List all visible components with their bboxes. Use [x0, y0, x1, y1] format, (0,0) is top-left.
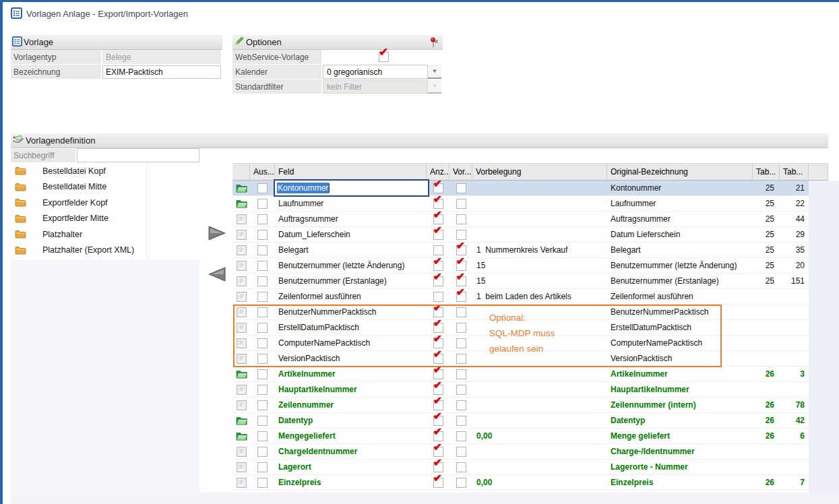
feld-cell[interactable]: Artikelnummer	[275, 367, 427, 381]
feld-cell[interactable]: Mengegeliefert	[275, 429, 427, 443]
anz-checkbox[interactable]: ✔	[433, 447, 443, 457]
vor-checkbox[interactable]	[456, 230, 466, 240]
table-row[interactable]: Zeilenformel ausführen✔1 beim Laden des …	[232, 289, 809, 305]
feld-cell[interactable]: Lagerort	[275, 460, 427, 474]
vorbelegung-cell[interactable]	[472, 398, 607, 412]
vorbelegung-cell[interactable]	[472, 212, 607, 226]
table-row[interactable]: Kontonummer✔Kontonummer2521	[232, 181, 809, 196]
vorbelegung-cell[interactable]	[472, 227, 607, 242]
column-header[interactable]: Original-Bezeichnung	[607, 163, 753, 181]
anz-checkbox[interactable]: ✔	[433, 183, 443, 193]
anz-checkbox[interactable]: ✔	[433, 261, 443, 271]
folder-item[interactable]: Exportfelder Mitte	[11, 211, 199, 227]
vorbelegung-cell[interactable]	[472, 460, 607, 474]
aus-checkbox[interactable]	[257, 385, 268, 395]
table-row[interactable]: Hauptartikelnummer✔Hauptartikelnummer	[232, 382, 809, 398]
feld-cell[interactable]: Benutzernummer (letzte Änderung)	[275, 258, 427, 273]
table-row[interactable]: Datum_Lieferschein✔Datum Lieferschein252…	[232, 227, 809, 243]
pushpin-icon[interactable]	[430, 37, 439, 50]
vorbelegung-cell[interactable]: 1 beim Laden des Artikels	[472, 289, 607, 304]
feld-cell[interactable]: Einzelpreis	[275, 475, 427, 490]
vorbelegung-cell[interactable]	[472, 367, 607, 381]
table-row[interactable]: Laufnummer✔Laufnummer2522	[232, 196, 809, 212]
feld-cell[interactable]: ChargeIdentnummer	[275, 444, 427, 459]
vorbelegung-cell[interactable]	[472, 444, 607, 459]
table-row[interactable]: Zeilennummer✔Zeilennummer (intern)2678	[232, 398, 809, 413]
aus-checkbox[interactable]	[257, 462, 268, 472]
aus-checkbox[interactable]	[257, 261, 268, 271]
vorbelegung-cell[interactable]	[472, 382, 607, 397]
anz-checkbox[interactable]: ✔	[433, 214, 443, 224]
vor-checkbox[interactable]	[456, 214, 466, 224]
vor-checkbox[interactable]: ✔	[456, 276, 466, 286]
aus-checkbox[interactable]	[257, 183, 268, 193]
vor-checkbox[interactable]: ✔	[456, 261, 466, 271]
vor-checkbox[interactable]	[456, 183, 466, 193]
table-row[interactable]: ChargeIdentnummer✔Charge-/Identnummer	[232, 444, 809, 460]
vor-checkbox[interactable]	[456, 447, 466, 457]
vor-checkbox[interactable]	[456, 400, 466, 410]
aus-checkbox[interactable]	[257, 447, 268, 457]
vorbelegung-cell[interactable]: 0,00	[472, 429, 607, 443]
anz-checkbox[interactable]	[433, 292, 443, 302]
column-header[interactable]: Tab...	[780, 163, 809, 181]
anz-checkbox[interactable]: ✔	[433, 199, 443, 209]
vor-checkbox[interactable]	[456, 199, 466, 209]
vorbelegung-cell[interactable]	[472, 413, 607, 428]
vor-checkbox[interactable]	[456, 385, 466, 395]
aus-checkbox[interactable]	[257, 214, 268, 224]
feld-cell[interactable]: Auftragsnummer	[275, 212, 427, 226]
aus-checkbox[interactable]	[257, 369, 268, 379]
anz-checkbox[interactable]	[433, 245, 443, 255]
anz-checkbox[interactable]: ✔	[433, 230, 443, 240]
aus-checkbox[interactable]	[257, 478, 268, 488]
anz-checkbox[interactable]: ✔	[433, 431, 443, 441]
move-right-arrow-button[interactable]	[208, 225, 226, 241]
vor-checkbox[interactable]	[456, 478, 466, 488]
folder-item[interactable]: Bestelldatei Mitte	[11, 179, 199, 195]
inline-edit-box[interactable]: Kontonummer	[274, 179, 429, 197]
vor-checkbox[interactable]	[456, 462, 466, 472]
table-row[interactable]: Einzelpreis✔0,00Einzelpreis267	[232, 475, 809, 491]
table-row[interactable]: Mengegeliefert✔0,00Menge geliefert266	[232, 429, 809, 444]
aus-checkbox[interactable]	[257, 245, 268, 255]
vor-checkbox[interactable]	[456, 369, 466, 379]
folder-item[interactable]: Exportfelder Kopf	[11, 195, 199, 211]
aus-checkbox[interactable]	[257, 400, 268, 410]
folder-item[interactable]: Platzhalter (Export XML)	[11, 243, 199, 259]
column-header[interactable]: Aus...	[250, 163, 275, 181]
aus-checkbox[interactable]	[257, 230, 268, 240]
anz-checkbox[interactable]: ✔	[433, 400, 443, 410]
column-header[interactable]: Vor...	[449, 163, 472, 181]
bezeichnung-input[interactable]: EXIM-Packtisch	[102, 65, 221, 79]
aus-checkbox[interactable]	[257, 431, 268, 441]
vor-checkbox[interactable]	[456, 431, 466, 441]
table-row[interactable]: Datentyp✔Datentyp2642	[232, 413, 809, 429]
table-row[interactable]: Auftragsnummer✔Auftragsnummer2544	[232, 212, 809, 227]
kalender-dropdown-arrow-icon[interactable]: ▼	[428, 65, 441, 79]
anz-checkbox[interactable]: ✔	[433, 276, 443, 286]
vorbelegung-cell[interactable]: 1 Nummernkreis Verkauf	[472, 243, 607, 257]
vor-checkbox[interactable]: ✔	[456, 292, 466, 302]
feld-cell[interactable]: Datum_Lieferschein	[275, 227, 427, 242]
kalender-combo[interactable]: 0 gregorianisch ▼	[323, 65, 441, 79]
column-header[interactable]	[232, 163, 250, 181]
anz-checkbox[interactable]: ✔	[433, 462, 443, 472]
vorbelegung-cell[interactable]	[472, 196, 607, 211]
table-row[interactable]: Artikelnummer✔Artikelnummer263	[232, 367, 809, 382]
aus-checkbox[interactable]	[257, 199, 268, 209]
aus-checkbox[interactable]	[257, 276, 268, 286]
vor-checkbox[interactable]	[456, 416, 466, 426]
feld-cell[interactable]: Zeilenformel ausführen	[275, 289, 427, 304]
anz-checkbox[interactable]: ✔	[433, 385, 443, 395]
kalender-value[interactable]: 0 gregorianisch	[323, 65, 428, 79]
feld-cell[interactable]: Laufnummer	[275, 196, 427, 211]
anz-checkbox[interactable]: ✔	[433, 478, 443, 488]
vorbelegung-cell[interactable]: 15	[472, 274, 607, 288]
table-row[interactable]: Belegart✔1 Nummernkreis VerkaufBelegart2…	[232, 243, 809, 258]
anz-checkbox[interactable]: ✔	[433, 369, 443, 379]
feld-cell[interactable]: Benutzernummer (Erstanlage)	[275, 274, 427, 288]
aus-checkbox[interactable]	[257, 416, 268, 426]
feld-cell[interactable]: Hauptartikelnummer	[275, 382, 427, 397]
column-header[interactable]: Vorbelegung	[472, 163, 607, 181]
